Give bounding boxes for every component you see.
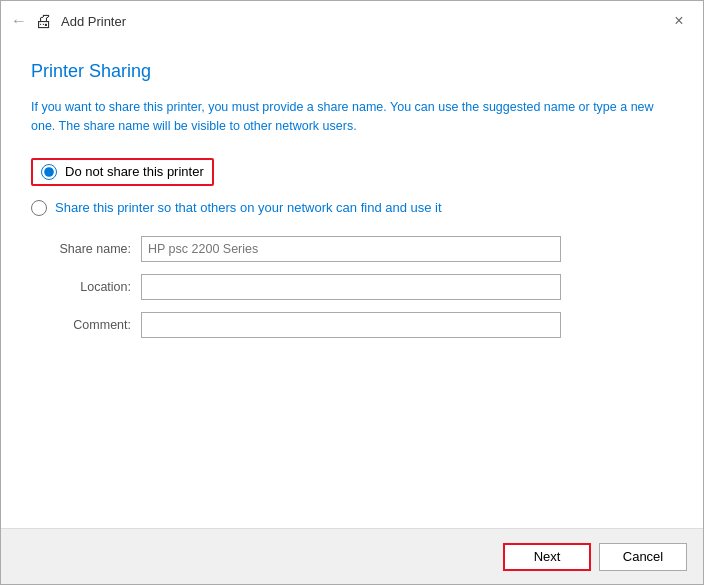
share-name-row: Share name: — [51, 236, 673, 262]
add-printer-window: ← 🖨 Add Printer × Printer Sharing If you… — [0, 0, 704, 585]
radio-share-label: Share this printer so that others on you… — [55, 200, 442, 215]
title-bar: ← 🖨 Add Printer × — [1, 1, 703, 41]
radio-no-share-label: Do not share this printer — [65, 164, 204, 179]
radio-no-share-input[interactable] — [41, 164, 57, 180]
close-button[interactable]: × — [667, 9, 691, 33]
share-name-input[interactable] — [141, 236, 561, 262]
section-title: Printer Sharing — [31, 61, 673, 82]
cancel-button[interactable]: Cancel — [599, 543, 687, 571]
radio-group: Do not share this printer Share this pri… — [31, 158, 673, 216]
location-input[interactable] — [141, 274, 561, 300]
comment-label: Comment: — [51, 318, 141, 332]
radio-option-share[interactable]: Share this printer so that others on you… — [31, 200, 673, 216]
back-button[interactable]: ← — [11, 12, 27, 30]
comment-row: Comment: — [51, 312, 673, 338]
share-name-label: Share name: — [51, 242, 141, 256]
location-label: Location: — [51, 280, 141, 294]
form-fields: Share name: Location: Comment: — [51, 236, 673, 338]
main-content: Printer Sharing If you want to share thi… — [1, 41, 703, 528]
selected-radio-wrapper: Do not share this printer — [31, 158, 214, 186]
window-title: Add Printer — [61, 14, 126, 29]
description-text: If you want to share this printer, you m… — [31, 98, 673, 136]
radio-share-input[interactable] — [31, 200, 47, 216]
footer: Next Cancel — [1, 528, 703, 584]
location-row: Location: — [51, 274, 673, 300]
next-button[interactable]: Next — [503, 543, 591, 571]
printer-icon: 🖨 — [35, 11, 53, 32]
radio-option-no-share[interactable]: Do not share this printer — [31, 158, 673, 186]
comment-input[interactable] — [141, 312, 561, 338]
title-bar-left: ← 🖨 Add Printer — [11, 11, 126, 32]
